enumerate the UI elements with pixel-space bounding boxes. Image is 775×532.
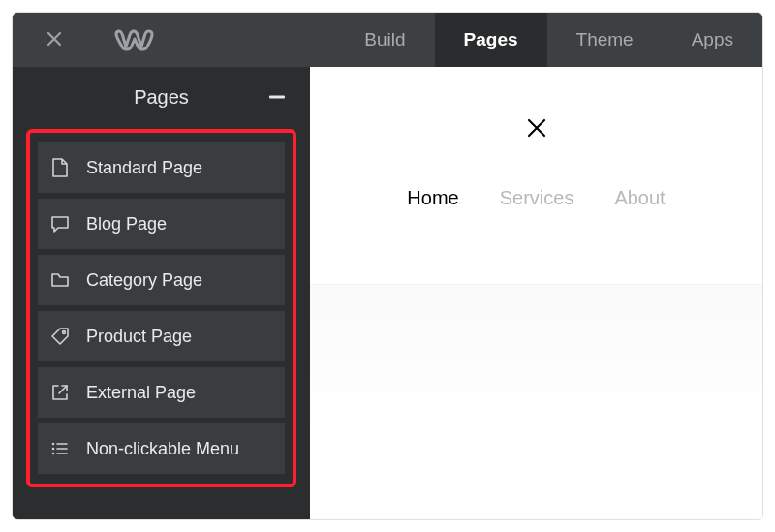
- sidebar: Pages Standard Page Blog Page: [13, 67, 310, 519]
- comment-icon: [49, 213, 71, 235]
- svg-point-2: [63, 331, 66, 334]
- svg-point-4: [53, 444, 54, 445]
- menu-icon: [49, 438, 71, 459]
- sidebar-title: Pages: [134, 86, 189, 109]
- svg-point-8: [53, 454, 54, 454]
- page-type-blog[interactable]: Blog Page: [38, 199, 285, 249]
- preview-pane: Home Services About: [310, 67, 762, 519]
- page-type-label: Non-clickable Menu: [86, 439, 239, 459]
- svg-point-6: [53, 449, 54, 450]
- tag-icon: [49, 326, 71, 347]
- page-icon: [49, 157, 71, 178]
- page-type-label: Standard Page: [86, 158, 202, 178]
- page-type-external[interactable]: External Page: [38, 367, 285, 418]
- preview-close-icon[interactable]: [526, 117, 547, 139]
- page-type-standard[interactable]: Standard Page: [38, 142, 285, 193]
- page-type-label: Blog Page: [86, 214, 167, 235]
- sidebar-header: Pages: [13, 67, 310, 127]
- nav-item-about[interactable]: About: [614, 187, 665, 209]
- page-type-label: Product Page: [86, 327, 192, 347]
- tab-build[interactable]: Build: [335, 13, 434, 67]
- preview-body: [310, 285, 762, 519]
- page-type-label: External Page: [86, 383, 196, 403]
- tab-theme[interactable]: Theme: [547, 13, 663, 67]
- page-types-list: Standard Page Blog Page Category Page: [26, 129, 296, 487]
- page-type-nonclickable-menu[interactable]: Non-clickable Menu: [38, 423, 285, 474]
- top-tabs: Build Pages Theme Apps: [335, 13, 762, 67]
- preview-nav: Home Services About: [407, 187, 665, 209]
- folder-icon: [49, 269, 71, 291]
- close-icon[interactable]: [46, 29, 62, 51]
- page-type-label: Category Page: [86, 270, 202, 291]
- weebly-logo-icon[interactable]: [96, 27, 173, 52]
- page-type-product[interactable]: Product Page: [38, 311, 285, 361]
- tab-pages[interactable]: Pages: [435, 13, 547, 67]
- nav-item-services[interactable]: Services: [500, 187, 574, 209]
- collapse-icon[interactable]: [269, 96, 285, 99]
- page-type-category[interactable]: Category Page: [38, 255, 285, 305]
- topbar: Build Pages Theme Apps: [13, 13, 762, 67]
- svg-line-3: [59, 386, 67, 393]
- external-icon: [49, 382, 71, 403]
- nav-item-home[interactable]: Home: [407, 187, 458, 209]
- tab-apps[interactable]: Apps: [663, 13, 762, 67]
